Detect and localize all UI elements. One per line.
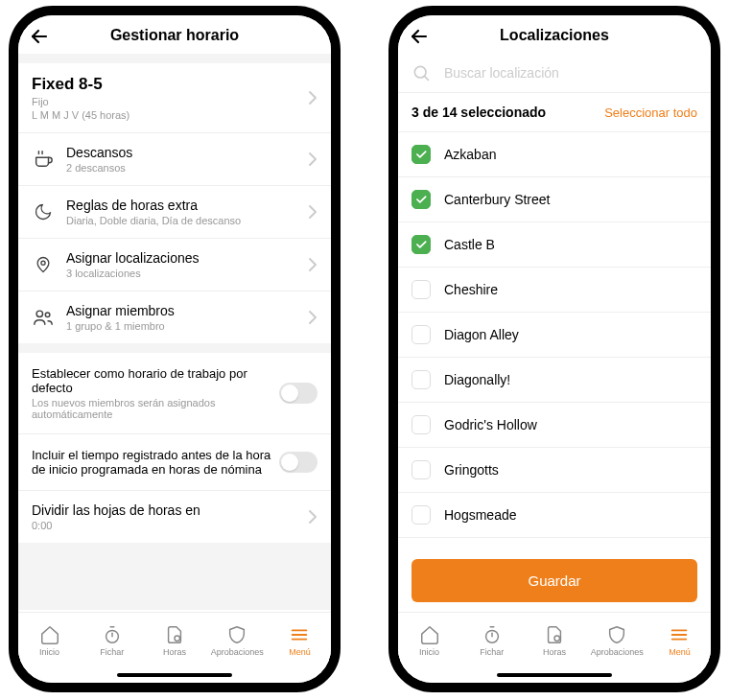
overtime-sub: Diaria, Doble diaria, Día de descanso bbox=[66, 215, 308, 226]
stopwatch-icon bbox=[102, 624, 123, 645]
schedule-type: Fijo bbox=[32, 96, 308, 107]
location-label: Gringotts bbox=[444, 462, 499, 478]
location-row[interactable]: Hogwarts bbox=[398, 538, 711, 549]
location-label: Diagon Alley bbox=[444, 327, 519, 342]
schedule-summary-row[interactable]: Fixed 8-5 Fijo L M M J V (45 horas) bbox=[18, 63, 331, 133]
include-early-title: Incluir el tiempo registrado antes de la… bbox=[32, 448, 279, 477]
chevron-right-icon bbox=[308, 90, 317, 105]
tab-approvals[interactable]: Aprobaciones bbox=[586, 613, 648, 667]
include-early-toggle[interactable] bbox=[279, 452, 317, 473]
chevron-right-icon bbox=[308, 204, 317, 220]
svg-point-1 bbox=[36, 311, 42, 316]
location-label: Diagonally! bbox=[444, 372, 510, 387]
select-all-button[interactable]: Seleccionar todo bbox=[604, 105, 697, 120]
default-schedule-toggle[interactable] bbox=[279, 383, 317, 404]
svg-point-0 bbox=[41, 261, 45, 265]
stopwatch-icon bbox=[482, 624, 503, 645]
location-row[interactable]: Hogsmeade bbox=[398, 493, 711, 538]
breaks-title: Descansos bbox=[66, 145, 308, 160]
svg-point-5 bbox=[414, 66, 426, 78]
location-checkbox[interactable] bbox=[412, 505, 431, 525]
people-icon bbox=[32, 306, 55, 329]
header: Gestionar horario bbox=[18, 15, 331, 54]
pin-icon bbox=[32, 253, 55, 276]
members-title: Asignar miembros bbox=[66, 303, 308, 318]
overtime-title: Reglas de horas extra bbox=[66, 198, 308, 213]
location-row[interactable]: Cheshire bbox=[398, 268, 711, 313]
svg-point-4 bbox=[175, 635, 180, 641]
back-button[interactable] bbox=[408, 25, 431, 48]
tab-home[interactable]: Inicio bbox=[18, 613, 81, 667]
chevron-right-icon bbox=[308, 152, 317, 167]
location-checkbox[interactable] bbox=[412, 325, 431, 344]
location-checkbox[interactable] bbox=[412, 280, 431, 299]
location-row[interactable]: Gringotts bbox=[398, 448, 711, 493]
schedule-name: Fixed 8-5 bbox=[32, 75, 308, 94]
overtime-row[interactable]: Reglas de horas extra Diaria, Doble diar… bbox=[18, 186, 331, 239]
default-schedule-sub: Los nuevos miembros serán asignados auto… bbox=[32, 397, 279, 420]
selection-count: 3 de 14 seleccionado bbox=[412, 105, 546, 120]
locations-title: Asignar localizaciones bbox=[66, 250, 308, 266]
tab-clock[interactable]: Fichar bbox=[81, 613, 143, 667]
coffee-icon bbox=[32, 148, 55, 171]
page-title: Gestionar horario bbox=[30, 27, 319, 44]
selection-header: 3 de 14 seleccionado Seleccionar todo bbox=[398, 93, 711, 132]
split-title: Dividir las hojas de horas en bbox=[32, 502, 308, 518]
header: Localizaciones bbox=[398, 15, 711, 54]
shield-icon bbox=[606, 624, 627, 645]
moon-icon bbox=[32, 200, 55, 223]
members-sub: 1 grupo & 1 miembro bbox=[66, 320, 308, 332]
location-row[interactable]: Diagonally! bbox=[398, 358, 711, 403]
chevron-right-icon bbox=[308, 509, 317, 525]
include-early-toggle-row[interactable]: Incluir el tiempo registrado antes de la… bbox=[18, 434, 331, 491]
svg-point-2 bbox=[45, 313, 50, 317]
locations-sub: 3 localizaciones bbox=[66, 268, 308, 279]
chevron-right-icon bbox=[308, 310, 317, 325]
default-schedule-toggle-row[interactable]: Establecer como horario de trabajo por d… bbox=[18, 353, 331, 434]
tab-bar: Inicio Fichar Horas Aprobaciones bbox=[398, 612, 711, 667]
page-title: Localizaciones bbox=[410, 27, 699, 44]
locations-row[interactable]: Asignar localizaciones 3 localizaciones bbox=[18, 239, 331, 292]
tab-menu[interactable]: Menú bbox=[648, 613, 711, 667]
location-row[interactable]: Godric's Hollow bbox=[398, 403, 711, 448]
location-checkbox[interactable] bbox=[412, 415, 431, 434]
location-label: Hogsmeade bbox=[444, 507, 517, 523]
shield-icon bbox=[226, 624, 247, 645]
home-indicator bbox=[18, 667, 331, 683]
home-indicator bbox=[398, 667, 711, 683]
document-icon bbox=[164, 624, 185, 645]
tab-hours[interactable]: Horas bbox=[523, 613, 585, 667]
location-checkbox[interactable] bbox=[412, 370, 431, 389]
back-button[interactable] bbox=[28, 25, 51, 48]
location-checkbox[interactable] bbox=[412, 235, 431, 254]
split-sub: 0:00 bbox=[32, 520, 308, 531]
search-input[interactable] bbox=[444, 65, 697, 81]
breaks-sub: 2 descansos bbox=[66, 162, 308, 174]
tab-approvals[interactable]: Aprobaciones bbox=[206, 613, 269, 667]
tab-home[interactable]: Inicio bbox=[398, 613, 460, 667]
location-checkbox[interactable] bbox=[412, 145, 431, 164]
tab-clock[interactable]: Fichar bbox=[460, 613, 523, 667]
location-row[interactable]: Diagon Alley bbox=[398, 313, 711, 358]
chevron-right-icon bbox=[308, 257, 317, 272]
location-row[interactable]: Canterbury Street bbox=[398, 177, 711, 222]
location-row[interactable]: Azkaban bbox=[398, 132, 711, 177]
location-row[interactable]: Castle B bbox=[398, 222, 711, 268]
menu-icon bbox=[669, 624, 690, 645]
members-row[interactable]: Asignar miembros 1 grupo & 1 miembro bbox=[18, 292, 331, 343]
tab-menu[interactable]: Menú bbox=[269, 613, 331, 667]
phone-left: Gestionar horario Fixed 8-5 Fijo L M M J… bbox=[9, 6, 341, 692]
default-schedule-title: Establecer como horario de trabajo por d… bbox=[32, 366, 279, 395]
save-button[interactable]: Guardar bbox=[412, 559, 697, 602]
location-checkbox[interactable] bbox=[412, 460, 431, 479]
search-row bbox=[398, 54, 711, 93]
tab-bar: Inicio Fichar Horas Aprobaciones bbox=[18, 612, 331, 667]
split-timesheets-row[interactable]: Dividir las hojas de horas en 0:00 bbox=[18, 491, 331, 543]
tab-hours[interactable]: Horas bbox=[143, 613, 205, 667]
location-label: Godric's Hollow bbox=[444, 417, 537, 432]
menu-icon bbox=[289, 624, 310, 645]
svg-point-7 bbox=[554, 635, 560, 641]
location-checkbox[interactable] bbox=[412, 190, 431, 209]
schedule-days: L M M J V (45 horas) bbox=[32, 109, 308, 121]
breaks-row[interactable]: Descansos 2 descansos bbox=[18, 133, 331, 186]
